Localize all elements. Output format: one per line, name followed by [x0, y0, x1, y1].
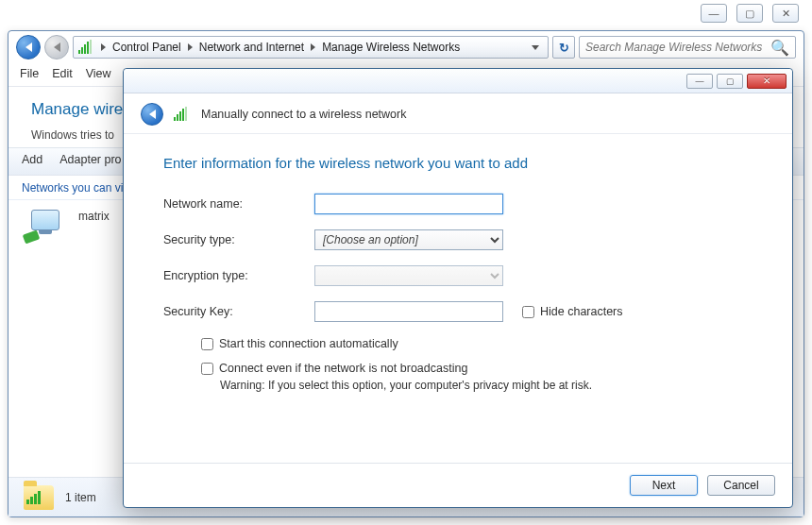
crumb-0[interactable]: Control Panel: [110, 41, 183, 54]
network-name-label: Network name:: [163, 197, 314, 211]
connect-nonbroadcast-checkbox[interactable]: [201, 363, 213, 375]
encryption-type-select: [314, 265, 503, 286]
dialog-close-button[interactable]: ✕: [747, 74, 787, 89]
dialog-minimize-button[interactable]: —: [686, 74, 713, 89]
start-auto-label: Start this connection automatically: [219, 337, 398, 350]
dialog-back-button[interactable]: [141, 103, 163, 126]
menu-edit[interactable]: Edit: [52, 67, 73, 80]
next-button[interactable]: Next: [630, 475, 698, 496]
dialog-footer: Next Cancel: [124, 463, 792, 507]
close-button[interactable]: ✕: [772, 4, 799, 23]
privacy-warning: Warning: If you select this option, your…: [220, 379, 753, 392]
address-bar: Control Panel Network and Internet Manag…: [8, 31, 804, 63]
wireless-icon: [173, 107, 188, 122]
security-type-select[interactable]: [Choose an option]: [314, 229, 503, 250]
dialog-header: Manually connect to a wireless network: [124, 93, 792, 134]
start-auto-checkbox[interactable]: [201, 338, 213, 350]
item-count: 1 item: [65, 491, 96, 504]
dialog-titlebar[interactable]: — ▢ ✕: [124, 69, 792, 93]
search-box[interactable]: 🔍: [579, 36, 796, 59]
crumb-2[interactable]: Manage Wireless Networks: [320, 41, 462, 54]
crumb-1[interactable]: Network and Internet: [197, 41, 306, 54]
network-name-input[interactable]: [314, 194, 503, 214]
menu-file[interactable]: File: [20, 67, 39, 80]
toolbar-add[interactable]: Add: [22, 153, 42, 170]
dialog-body: Enter information for the wireless netwo…: [124, 134, 792, 463]
folder-wireless-icon: [24, 485, 54, 510]
hide-characters-checkbox[interactable]: [522, 306, 534, 318]
network-icon: [24, 210, 69, 246]
search-input[interactable]: [585, 41, 770, 54]
search-icon: 🔍: [770, 39, 789, 57]
connect-nonbroadcast-label: Connect even if the network is not broad…: [219, 362, 467, 375]
breadcrumb[interactable]: Control Panel Network and Internet Manag…: [73, 36, 549, 59]
refresh-button[interactable]: ↻: [552, 36, 575, 59]
group-header-label: Networks you can vi: [22, 181, 123, 195]
security-type-label: Security type:: [163, 233, 314, 246]
encryption-type-label: Encryption type:: [163, 269, 314, 282]
dialog-maximize-button[interactable]: ▢: [717, 74, 743, 89]
nav-back-button[interactable]: [16, 35, 41, 59]
toolbar-adapter[interactable]: Adapter pro: [59, 153, 121, 170]
security-key-input[interactable]: [314, 301, 503, 322]
nav-forward-button: [44, 35, 69, 59]
dialog-header-title: Manually connect to a wireless network: [201, 108, 406, 121]
security-key-label: Security Key:: [163, 305, 314, 318]
minimize-button[interactable]: —: [701, 4, 727, 23]
wireless-icon: [77, 40, 93, 55]
connect-wireless-dialog: — ▢ ✕ Manually connect to a wireless net…: [123, 68, 793, 508]
dialog-instruction: Enter information for the wireless netwo…: [163, 155, 753, 171]
hide-characters-label: Hide characters: [540, 305, 623, 318]
maximize-button[interactable]: ▢: [736, 4, 763, 23]
cancel-button[interactable]: Cancel: [707, 475, 775, 496]
menu-view[interactable]: View: [86, 67, 111, 80]
network-name: matrix: [78, 210, 110, 223]
